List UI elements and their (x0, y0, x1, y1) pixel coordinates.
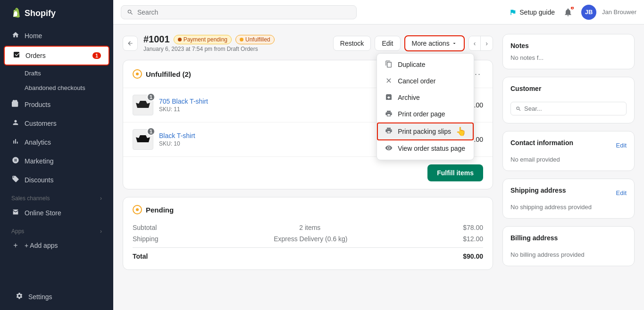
shipping-edit-button[interactable]: Edit (616, 189, 627, 196)
topbar: Search Setup guide 1 JB Jan Brouwer (113, 0, 644, 24)
nav-add-apps[interactable]: + + Add apps (4, 237, 109, 254)
item-image-wrap: 1 (133, 95, 153, 115)
next-order-button[interactable]: › (481, 36, 493, 50)
item-image-wrap-2: 1 (133, 129, 153, 150)
payment-status-badge: Payment pending (174, 35, 232, 44)
nav-products[interactable]: Products (4, 96, 109, 114)
nav-settings[interactable]: Settings (8, 288, 106, 306)
nav-online-store-label: Online Store (25, 209, 61, 217)
user-name: Jan Brouwer (602, 8, 636, 16)
order-number-row: #1001 Payment pending Unfulfilled (143, 34, 275, 45)
contact-header: Contact information Edit (510, 139, 627, 151)
customer-search-placeholder: Sear... (524, 105, 542, 112)
fulfillment-status-badge: Unfulfilled (235, 35, 275, 44)
nav-analytics-label: Analytics (25, 139, 51, 146)
nav-sub-abandoned[interactable]: Abandoned checkouts (4, 81, 109, 95)
nav-abandoned-label: Abandoned checkouts (25, 84, 85, 91)
order-title-section: #1001 Payment pending Unfulfilled Januar… (143, 34, 275, 52)
more-actions-button[interactable]: More actions (404, 35, 465, 51)
nav-customers[interactable]: Customers (4, 114, 109, 132)
contact-edit-button[interactable]: Edit (616, 142, 627, 149)
customers-icon (11, 119, 20, 128)
dropdown-print-order[interactable]: Print order page (377, 106, 474, 122)
setup-guide-label: Setup guide (519, 8, 555, 16)
orders-badge: 1 (92, 52, 101, 59)
order-actions: Restock Edit More actions Duplicate (333, 35, 493, 51)
dropdown-duplicate[interactable]: Duplicate (377, 57, 474, 73)
marketing-icon (11, 156, 20, 166)
nav-online-store[interactable]: Online Store (4, 204, 109, 222)
nav-home-label: Home (25, 32, 42, 40)
nav-orders-label: Orders (25, 52, 46, 59)
user-avatar[interactable]: JB (581, 5, 596, 20)
shipping-card: Shipping address Edit No shipping addres… (502, 179, 635, 219)
order-number: #1001 (143, 34, 170, 45)
shipping-title: Shipping address (510, 187, 566, 194)
topbar-search[interactable]: Search (121, 5, 357, 19)
nav-orders[interactable]: Orders 1 (4, 46, 109, 65)
setup-guide-button[interactable]: Setup guide (509, 8, 555, 16)
sales-channels-section: Sales channels › (4, 189, 109, 204)
fulfill-items-button[interactable]: Fulfill items (427, 164, 483, 181)
unfulfilled-card-title: Unfulfilled (2) (133, 69, 191, 79)
pending-card: Pending Subtotal 2 items $78.00 Shipping… (123, 197, 493, 270)
nav-discounts-label: Discounts (25, 176, 53, 184)
topbar-right: Setup guide 1 JB Jan Brouwer (509, 5, 636, 20)
more-actions-dropdown: Duplicate Cancel order Arc (376, 53, 474, 160)
item-quantity-badge-2: 1 (147, 127, 155, 136)
dropdown-cancel[interactable]: Cancel order (377, 73, 474, 90)
brand-name: shopify (25, 8, 56, 18)
nav-settings-label: Settings (28, 293, 52, 301)
apps-section: Apps › (4, 222, 109, 237)
restock-button[interactable]: Restock (333, 36, 371, 51)
order-subtitle: January 6, 2023 at 7:54 pm from Draft Or… (143, 46, 275, 52)
search-placeholder: Search (137, 8, 158, 16)
logo[interactable]: shopify (0, 0, 113, 26)
sidebar: shopify Home Orders 1 Drafts Abandoned c… (0, 0, 113, 310)
nav-drafts-label: Drafts (25, 70, 41, 77)
customer-card-header: Customer (510, 85, 627, 97)
nav-sub-drafts[interactable]: Drafts (4, 66, 109, 80)
nav-arrows: ‹ › (468, 36, 493, 51)
print-order-icon (385, 110, 393, 119)
shipping-header: Shipping address Edit (510, 187, 627, 199)
nav-marketing-label: Marketing (25, 157, 53, 165)
prev-order-button[interactable]: ‹ (469, 36, 481, 50)
pending-total-row: Total $90.00 (133, 247, 483, 262)
dropdown-print-order-label: Print order page (398, 110, 445, 118)
dropdown-print-packing[interactable]: Print packing slips 👆 (377, 122, 474, 140)
shipping-empty: No shipping address provided (510, 204, 627, 211)
notifications-button[interactable]: 1 (560, 5, 576, 20)
nav-discounts[interactable]: Discounts (4, 171, 109, 189)
dropdown-print-packing-label: Print packing slips (398, 128, 451, 135)
cancel-icon (385, 77, 393, 86)
duplicate-icon (385, 60, 393, 69)
settings-icon (15, 292, 24, 302)
dropdown-view-status[interactable]: View order status page (377, 140, 474, 157)
fulfill-btn-area: Fulfill items (123, 157, 493, 189)
nav-products-label: Products (25, 101, 50, 108)
billing-header: Billing address (510, 234, 627, 246)
page-content: #1001 Payment pending Unfulfilled Januar… (113, 24, 644, 310)
billing-card: Billing address No billing address provi… (502, 226, 635, 266)
pending-card-header: Pending (123, 197, 493, 222)
orders-icon (12, 51, 21, 60)
order-sidebar: Notes No notes f... Customer Sear... Con… (502, 34, 635, 301)
dropdown-cancel-label: Cancel order (398, 77, 435, 85)
dropdown-view-status-label: View order status page (398, 145, 465, 152)
dropdown-archive[interactable]: Archive (377, 90, 474, 106)
billing-title: Billing address (510, 234, 558, 242)
notes-empty: No notes f... (510, 54, 627, 61)
contact-empty: No email provided (510, 156, 627, 163)
back-button[interactable] (123, 36, 138, 51)
edit-button[interactable]: Edit (375, 36, 400, 51)
notes-card: Notes No notes f... (502, 34, 635, 69)
nav-home[interactable]: Home (4, 27, 109, 45)
customer-search[interactable]: Sear... (510, 102, 627, 115)
nav-analytics[interactable]: Analytics (4, 133, 109, 151)
nav-marketing[interactable]: Marketing (4, 152, 109, 170)
pending-status-icon (133, 205, 142, 214)
customer-title: Customer (510, 85, 541, 92)
view-status-icon (385, 144, 393, 153)
contact-card: Contact information Edit No email provid… (502, 131, 635, 171)
